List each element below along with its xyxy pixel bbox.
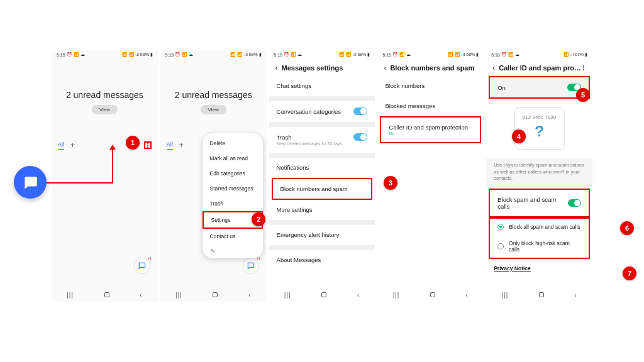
item-caller-id-spam[interactable]: Caller ID and spam protection On (380, 116, 481, 143)
annotation-callout-1: 1 (126, 136, 140, 150)
status-left-icons: ⏰ 📶 ☁ (284, 52, 302, 57)
annotation-callout-7: 7 (623, 266, 636, 280)
page-title: 2 unread messages (52, 90, 158, 100)
divider (269, 245, 375, 250)
menu-starred[interactable]: Starred messages (203, 181, 263, 196)
toggle-trash[interactable] (353, 133, 367, 141)
annotation-callout-4: 4 (512, 129, 526, 143)
nav-home-icon[interactable] (430, 292, 435, 297)
annotation-callout-3: 3 (384, 176, 397, 190)
nav-bar: ||| ‹ (486, 288, 592, 302)
radio-block-all[interactable]: Block all spam and scam calls (490, 219, 589, 235)
radio-icon[interactable] (497, 243, 504, 250)
tab-all[interactable]: All (58, 141, 64, 150)
item-about-messages[interactable]: About Messages (269, 250, 375, 270)
status-bar: 5:16⏰ 📶 ☁ 📶 .ıl 67% ▮ (486, 50, 592, 58)
annotation-callout-6: 6 (620, 221, 634, 235)
messages-app-icon[interactable] (14, 166, 47, 199)
menu-edit-categories[interactable]: Edit categories (203, 166, 263, 181)
add-tab-button[interactable]: + (179, 141, 184, 150)
status-time: 5:15 (57, 53, 65, 57)
menu-compose-icon[interactable]: ✎ (203, 244, 263, 256)
back-icon[interactable]: ‹ (492, 63, 495, 72)
status-bar: 5:15⏰ 📶 ☁ 📶 📶 .ıl 68% ▮ (377, 50, 484, 58)
item-conversation-categories[interactable]: Conversation categories (269, 101, 375, 122)
status-left-icons: ⏰ 📶 ☁ (501, 52, 519, 57)
nav-back-icon[interactable]: ‹ (140, 292, 142, 299)
nav-recent-icon[interactable]: ||| (175, 292, 182, 299)
tabs-row: All + (52, 137, 158, 153)
nav-recent-icon[interactable]: ||| (393, 292, 400, 299)
item-chat-settings[interactable]: Chat settings (269, 76, 375, 96)
annotation-callout-5: 5 (576, 88, 590, 102)
more-icon[interactable] (144, 141, 152, 149)
master-toggle-row[interactable]: On (489, 76, 590, 99)
status-time: 5:15 (165, 53, 174, 57)
item-more-settings[interactable]: More settings (269, 200, 375, 220)
add-tab-button[interactable]: + (70, 141, 75, 150)
item-blocked-messages[interactable]: Blocked messages (377, 96, 484, 116)
divider (269, 122, 375, 127)
privacy-notice-link[interactable]: Privacy Notice (486, 259, 592, 278)
item-block-numbers[interactable]: Block numbers (377, 76, 484, 96)
nav-back-icon[interactable]: ‹ (357, 292, 360, 299)
annotation-callout-2: 2 (252, 212, 265, 226)
page-header: ‹ Block numbers and spam (377, 58, 484, 76)
radio-group: Block all spam and scam calls Only block… (489, 217, 590, 259)
fab-badge: +1 (148, 256, 152, 260)
compose-fab[interactable]: +1 (243, 258, 259, 274)
info-text: Use Hiya to identify spam and scam calle… (486, 158, 592, 189)
status-right-icons: 📶 📶 .ıl 68% ▮ (230, 52, 261, 57)
menu-contact-us[interactable]: Contact us (203, 229, 263, 244)
page-header: ‹ Messages settings (269, 58, 375, 76)
annotation-arrow (47, 182, 113, 184)
nav-recent-icon[interactable]: ||| (501, 292, 508, 299)
item-trash[interactable]: Trash Keep deleted messages for 30 days. (269, 127, 375, 153)
status-time: 5:15 (382, 53, 391, 57)
preview-number: 012 3456 7890 (518, 114, 562, 120)
radio-icon[interactable] (497, 224, 504, 230)
nav-home-icon[interactable] (213, 292, 218, 297)
item-emergency-alert[interactable]: Emergency alert history (269, 225, 375, 245)
screen-4-block-numbers-spam: 5:15⏰ 📶 ☁ 📶 📶 .ıl 68% ▮ ‹ Block numbers … (377, 50, 484, 302)
back-icon[interactable]: ‹ (384, 63, 386, 72)
view-button[interactable]: View (201, 105, 226, 114)
nav-home-icon[interactable] (321, 292, 326, 297)
nav-bar: ||| ‹ (377, 288, 484, 302)
nav-bar: ||| ‹ (269, 288, 375, 302)
menu-delete[interactable]: Delete (203, 136, 263, 151)
nav-back-icon[interactable]: ‹ (574, 292, 577, 299)
toggle-block-spam[interactable] (568, 199, 581, 207)
status-left-icons: ⏰ 📶 ☁ (392, 52, 411, 57)
compose-fab[interactable]: +1 (134, 258, 150, 274)
header-title: Messages settings (282, 64, 343, 72)
nav-recent-icon[interactable]: ||| (284, 292, 291, 299)
toggle-conv[interactable] (353, 107, 367, 115)
nav-back-icon[interactable]: ‹ (466, 292, 469, 299)
item-notifications[interactable]: Notifications (269, 158, 375, 178)
radio-high-risk[interactable]: Only block high-risk scam calls (490, 235, 589, 258)
view-button[interactable]: View (92, 105, 118, 114)
status-time: 5:15 (274, 53, 283, 57)
screen-3-messages-settings: 5:15⏰ 📶 ☁ 📶 📶 .ıl 68% ▮ ‹ Messages setti… (269, 50, 375, 302)
item-block-numbers-spam[interactable]: Block numbers and spam (272, 178, 373, 200)
nav-home-icon[interactable] (104, 292, 109, 297)
page-header: ‹ Caller ID and spam pro… (486, 58, 592, 76)
divider (269, 153, 375, 158)
status-bar: 5:15⏰ 📶 ☁ 📶 📶 .ıl 68% ▮ (269, 50, 375, 58)
back-icon[interactable]: ‹ (275, 63, 278, 72)
status-left-icons: ⏰ 📶 ☁ (175, 52, 193, 57)
menu-trash[interactable]: Trash (203, 196, 263, 211)
page-title: 2 unread messages (160, 90, 267, 100)
divider (269, 220, 375, 225)
overflow-menu: Delete Mark all as read Edit categories … (203, 133, 263, 258)
more-icon[interactable] (580, 64, 587, 72)
status-right-icons: 📶 .ıl 67% ▮ (564, 52, 587, 57)
annotation-arrowhead (109, 145, 116, 150)
nav-back-icon[interactable]: ‹ (248, 292, 251, 299)
nav-recent-icon[interactable]: ||| (67, 292, 74, 299)
nav-home-icon[interactable] (539, 292, 544, 297)
block-spam-toggle-row[interactable]: Block spam and scam calls (489, 189, 590, 217)
tab-all[interactable]: All (167, 141, 173, 150)
menu-mark-read[interactable]: Mark all as read (203, 151, 263, 166)
